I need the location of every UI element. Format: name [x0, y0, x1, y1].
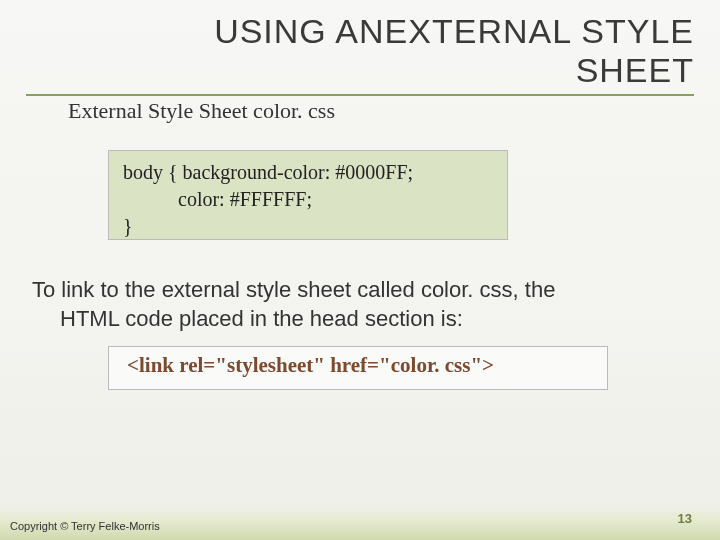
copyright-text: Copyright © Terry Felke-Morris — [10, 520, 160, 532]
code-block-css: body { background-color: #0000FF; color:… — [108, 150, 508, 240]
page-number: 13 — [678, 511, 692, 526]
slide-title: USING ANEXTERNAL STYLE SHEET — [154, 12, 694, 90]
title-underline — [26, 94, 694, 96]
body-text-line2: HTML code placed in the head section is: — [32, 305, 680, 334]
code-block-link: <link rel="stylesheet" href="color. css"… — [108, 346, 608, 390]
body-text: To link to the external style sheet call… — [32, 276, 680, 333]
slide: USING ANEXTERNAL STYLE SHEET External St… — [0, 0, 720, 540]
subtitle: External Style Sheet color. css — [68, 98, 335, 124]
body-text-line1: To link to the external style sheet call… — [32, 277, 555, 302]
